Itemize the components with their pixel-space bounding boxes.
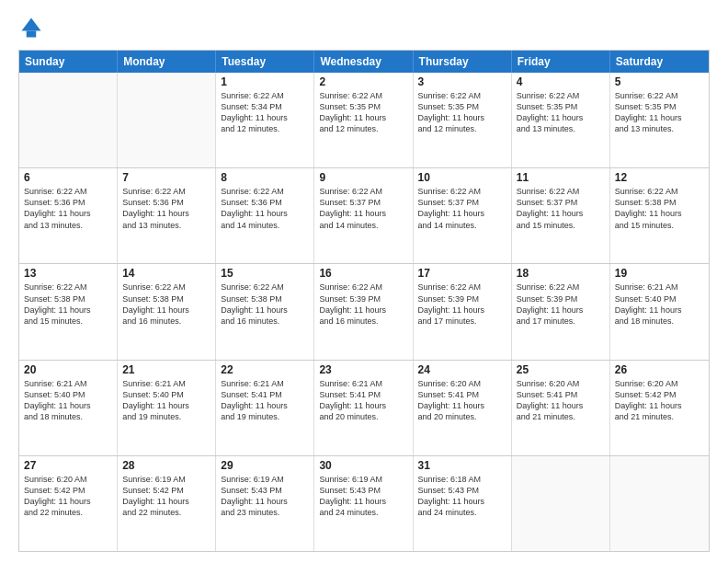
- sunset-text: Sunset: 5:37 PM: [418, 197, 506, 208]
- sunrise-text: Sunrise: 6:19 AM: [122, 474, 210, 485]
- daylight-hours: Daylight: 11 hours: [24, 496, 112, 507]
- cal-cell: 29Sunrise: 6:19 AMSunset: 5:43 PMDayligh…: [216, 456, 314, 551]
- daylight-minutes: and 15 minutes.: [615, 220, 704, 231]
- calendar-body: 1Sunrise: 6:22 AMSunset: 5:34 PMDaylight…: [19, 73, 709, 551]
- daylight-minutes: and 17 minutes.: [517, 316, 605, 327]
- daylight-hours: Daylight: 11 hours: [517, 208, 605, 219]
- cal-cell: 23Sunrise: 6:21 AMSunset: 5:41 PMDayligh…: [314, 361, 413, 455]
- sunset-text: Sunset: 5:37 PM: [319, 197, 407, 208]
- daylight-minutes: and 21 minutes.: [517, 411, 605, 422]
- sunrise-text: Sunrise: 6:19 AM: [221, 474, 309, 485]
- logo-icon: [18, 15, 44, 40]
- cal-cell: 18Sunrise: 6:22 AMSunset: 5:39 PMDayligh…: [512, 264, 610, 359]
- sunset-text: Sunset: 5:38 PM: [122, 293, 210, 304]
- daylight-minutes: and 18 minutes.: [24, 411, 112, 422]
- page: SundayMondayTuesdayWednesdayThursdayFrid…: [0, 0, 728, 563]
- sunset-text: Sunset: 5:38 PM: [221, 293, 309, 304]
- day-header-tuesday: Tuesday: [216, 51, 314, 73]
- daylight-minutes: and 22 minutes.: [122, 507, 210, 518]
- cal-cell: 14Sunrise: 6:22 AMSunset: 5:38 PMDayligh…: [118, 264, 216, 359]
- daylight-minutes: and 24 minutes.: [418, 507, 506, 518]
- sunset-text: Sunset: 5:35 PM: [418, 101, 506, 112]
- daylight-hours: Daylight: 11 hours: [24, 304, 112, 316]
- daylight-hours: Daylight: 11 hours: [319, 400, 407, 411]
- sunset-text: Sunset: 5:35 PM: [517, 101, 605, 112]
- daylight-minutes: and 16 minutes.: [319, 316, 407, 327]
- sunset-text: Sunset: 5:39 PM: [517, 293, 605, 304]
- sunrise-text: Sunrise: 6:18 AM: [418, 474, 506, 485]
- daylight-hours: Daylight: 11 hours: [122, 400, 210, 411]
- logo: [18, 15, 48, 40]
- daylight-hours: Daylight: 11 hours: [24, 208, 112, 219]
- sunrise-text: Sunrise: 6:20 AM: [24, 474, 112, 485]
- sunset-text: Sunset: 5:38 PM: [24, 293, 112, 304]
- sunrise-text: Sunrise: 6:21 AM: [615, 282, 704, 293]
- cal-cell: 5Sunrise: 6:22 AMSunset: 5:35 PMDaylight…: [610, 73, 709, 167]
- sunrise-text: Sunrise: 6:22 AM: [418, 282, 506, 293]
- header: [18, 15, 710, 40]
- cal-cell: 16Sunrise: 6:22 AMSunset: 5:39 PMDayligh…: [314, 264, 413, 359]
- sunset-text: Sunset: 5:37 PM: [517, 197, 605, 208]
- sunrise-text: Sunrise: 6:20 AM: [517, 378, 605, 389]
- calendar-header: SundayMondayTuesdayWednesdayThursdayFrid…: [19, 51, 709, 73]
- daylight-minutes: and 14 minutes.: [319, 220, 407, 231]
- sunset-text: Sunset: 5:35 PM: [319, 101, 407, 112]
- day-number: 13: [24, 267, 112, 280]
- cal-cell: 25Sunrise: 6:20 AMSunset: 5:41 PMDayligh…: [512, 361, 610, 455]
- sunrise-text: Sunrise: 6:22 AM: [615, 90, 704, 101]
- daylight-hours: Daylight: 11 hours: [24, 400, 112, 411]
- sunset-text: Sunset: 5:41 PM: [517, 389, 605, 400]
- cal-cell: 6Sunrise: 6:22 AMSunset: 5:36 PMDaylight…: [19, 168, 118, 263]
- cal-cell: 22Sunrise: 6:21 AMSunset: 5:41 PMDayligh…: [216, 361, 314, 455]
- cal-cell: 7Sunrise: 6:22 AMSunset: 5:36 PMDaylight…: [118, 168, 216, 263]
- daylight-hours: Daylight: 11 hours: [122, 304, 210, 316]
- daylight-hours: Daylight: 11 hours: [221, 496, 309, 507]
- sunset-text: Sunset: 5:38 PM: [615, 197, 704, 208]
- sunset-text: Sunset: 5:35 PM: [615, 101, 704, 112]
- sunset-text: Sunset: 5:39 PM: [319, 293, 407, 304]
- daylight-minutes: and 15 minutes.: [517, 220, 605, 231]
- daylight-hours: Daylight: 11 hours: [418, 496, 506, 507]
- sunrise-text: Sunrise: 6:22 AM: [319, 282, 407, 293]
- sunrise-text: Sunrise: 6:22 AM: [517, 90, 605, 101]
- daylight-minutes: and 12 minutes.: [418, 123, 506, 134]
- daylight-minutes: and 13 minutes.: [24, 220, 112, 231]
- day-number: 6: [24, 171, 112, 184]
- sunset-text: Sunset: 5:36 PM: [221, 197, 309, 208]
- sunrise-text: Sunrise: 6:22 AM: [221, 282, 309, 293]
- daylight-hours: Daylight: 11 hours: [615, 400, 704, 411]
- daylight-hours: Daylight: 11 hours: [418, 112, 506, 123]
- day-number: 20: [24, 363, 112, 376]
- daylight-hours: Daylight: 11 hours: [418, 400, 506, 411]
- daylight-minutes: and 19 minutes.: [221, 411, 309, 422]
- cal-cell: 2Sunrise: 6:22 AMSunset: 5:35 PMDaylight…: [314, 73, 413, 167]
- sunrise-text: Sunrise: 6:19 AM: [319, 474, 407, 485]
- daylight-hours: Daylight: 11 hours: [122, 496, 210, 507]
- sunrise-text: Sunrise: 6:21 AM: [122, 378, 210, 389]
- cal-cell: 4Sunrise: 6:22 AMSunset: 5:35 PMDaylight…: [512, 73, 610, 167]
- day-header-sunday: Sunday: [19, 51, 118, 73]
- daylight-hours: Daylight: 11 hours: [517, 400, 605, 411]
- week-row-4: 20Sunrise: 6:21 AMSunset: 5:40 PMDayligh…: [19, 360, 709, 455]
- day-number: 4: [517, 75, 605, 88]
- cal-cell: 3Sunrise: 6:22 AMSunset: 5:35 PMDaylight…: [414, 73, 512, 167]
- sunset-text: Sunset: 5:41 PM: [319, 389, 407, 400]
- daylight-hours: Daylight: 11 hours: [319, 304, 407, 316]
- daylight-minutes: and 21 minutes.: [615, 411, 704, 422]
- daylight-hours: Daylight: 11 hours: [319, 208, 407, 219]
- sunset-text: Sunset: 5:42 PM: [24, 485, 112, 496]
- daylight-hours: Daylight: 11 hours: [319, 496, 407, 507]
- sunset-text: Sunset: 5:43 PM: [418, 485, 506, 496]
- sunrise-text: Sunrise: 6:21 AM: [24, 378, 112, 389]
- daylight-hours: Daylight: 11 hours: [418, 304, 506, 316]
- cal-cell: 28Sunrise: 6:19 AMSunset: 5:42 PMDayligh…: [118, 456, 216, 551]
- daylight-hours: Daylight: 11 hours: [221, 400, 309, 411]
- sunset-text: Sunset: 5:39 PM: [418, 293, 506, 304]
- sunrise-text: Sunrise: 6:20 AM: [418, 378, 506, 389]
- sunrise-text: Sunrise: 6:22 AM: [418, 186, 506, 197]
- sunrise-text: Sunrise: 6:22 AM: [319, 186, 407, 197]
- cal-cell: [19, 73, 118, 167]
- daylight-hours: Daylight: 11 hours: [615, 304, 704, 316]
- sunrise-text: Sunrise: 6:22 AM: [517, 282, 605, 293]
- sunset-text: Sunset: 5:36 PM: [24, 197, 112, 208]
